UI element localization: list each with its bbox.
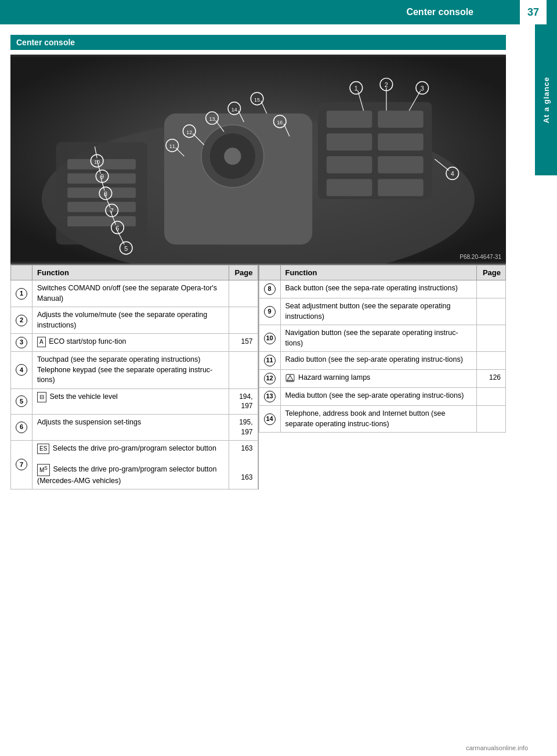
- hazard-warning-icon: !: [285, 374, 295, 382]
- svg-text:14: 14: [232, 107, 237, 113]
- table-row: 4 Touchpad (see the separate operating i…: [11, 352, 258, 389]
- table-row: 13 Media button (see the sep-arate opera…: [259, 388, 506, 406]
- main-content: Center console: [0, 24, 535, 500]
- page-number: 37: [520, 0, 547, 24]
- svg-rect-7: [67, 216, 136, 226]
- eco-icon: A: [37, 337, 46, 347]
- footer-url: carmanualsonline.info: [466, 744, 528, 751]
- table-row: 5 ⊟ Sets the vehicle level 194,197: [11, 388, 258, 415]
- svg-text:12: 12: [186, 129, 192, 135]
- svg-text:3: 3: [421, 85, 424, 92]
- svg-rect-20: [378, 179, 424, 196]
- svg-rect-15: [327, 134, 372, 150]
- header-title: Center console: [406, 7, 520, 17]
- svg-text:4: 4: [451, 170, 454, 177]
- table-row: 2 Adjusts the volume/mute (see the separ…: [11, 307, 258, 334]
- svg-text:9: 9: [100, 173, 104, 180]
- svg-text:16: 16: [277, 120, 283, 125]
- sidebar-label: At a glance: [542, 77, 551, 123]
- section-heading: Center console: [10, 35, 506, 50]
- left-table: Function Page 1 Switches COMAND on/off (…: [10, 265, 259, 489]
- svg-rect-16: [378, 134, 424, 150]
- svg-rect-5: [67, 188, 136, 198]
- svg-text:2: 2: [385, 81, 388, 88]
- svg-rect-17: [327, 156, 372, 173]
- svg-rect-13: [327, 111, 372, 128]
- svg-text:15: 15: [254, 97, 260, 103]
- table-row: 6 Adjusts the suspension set-tings 195,1…: [11, 415, 258, 441]
- table-row: 11 Radio button (see the sep-arate opera…: [259, 352, 506, 370]
- svg-rect-18: [378, 156, 424, 173]
- svg-text:5: 5: [124, 245, 128, 252]
- svg-text:13: 13: [209, 116, 215, 122]
- right-table-num-header: [259, 265, 280, 280]
- sidebar-tab: At a glance: [535, 24, 557, 175]
- svg-text:10: 10: [94, 159, 100, 165]
- svg-text:11: 11: [169, 143, 175, 149]
- image-reference: P68.20-4647-31: [460, 254, 501, 260]
- left-table-page-header: Page: [229, 265, 258, 280]
- top-header-bar: Center console 37: [0, 0, 557, 24]
- svg-rect-6: [67, 202, 136, 213]
- left-table-num-header: [11, 265, 32, 280]
- svg-point-11: [224, 147, 241, 164]
- table-row: 1 Switches COMAND on/off (see the separa…: [11, 280, 258, 307]
- table-row: 9 Seat adjustment button (see the separa…: [259, 298, 506, 325]
- svg-text:8: 8: [104, 190, 107, 197]
- table-row: 10 Navigation button (see the separate o…: [259, 325, 506, 352]
- ms-icon: MS: [37, 464, 50, 476]
- svg-rect-3: [67, 159, 136, 170]
- svg-rect-19: [327, 179, 372, 196]
- table-row: 12 ! Hazard warning lamps 126: [259, 370, 506, 388]
- svg-text:1: 1: [355, 85, 358, 92]
- vehicle-level-icon: ⊟: [37, 392, 46, 402]
- right-table-page-header: Page: [477, 265, 506, 280]
- svg-text:!: !: [290, 377, 290, 380]
- left-table-function-header: Function: [32, 265, 229, 280]
- svg-text:7: 7: [110, 207, 114, 214]
- es-icon: ES: [37, 444, 49, 454]
- tables-container: Function Page 1 Switches COMAND on/off (…: [10, 264, 506, 489]
- table-row: 3 A ECO start/stop func-tion 157: [11, 334, 258, 352]
- svg-text:6: 6: [116, 225, 120, 232]
- table-row: 14 Telephone, address book and Internet …: [259, 406, 506, 433]
- table-row: 8 Back button (see the sepa-rate operati…: [259, 280, 506, 298]
- right-table-function-header: Function: [280, 265, 477, 280]
- svg-rect-14: [378, 111, 424, 128]
- right-table: Function Page 8 Back button (see the sep…: [259, 265, 507, 489]
- console-svg: 1 2 3 4 5 6: [10, 55, 506, 264]
- table-row: 7 ES Selects the drive pro-gram/program …: [11, 440, 258, 489]
- console-image: 1 2 3 4 5 6: [10, 55, 506, 264]
